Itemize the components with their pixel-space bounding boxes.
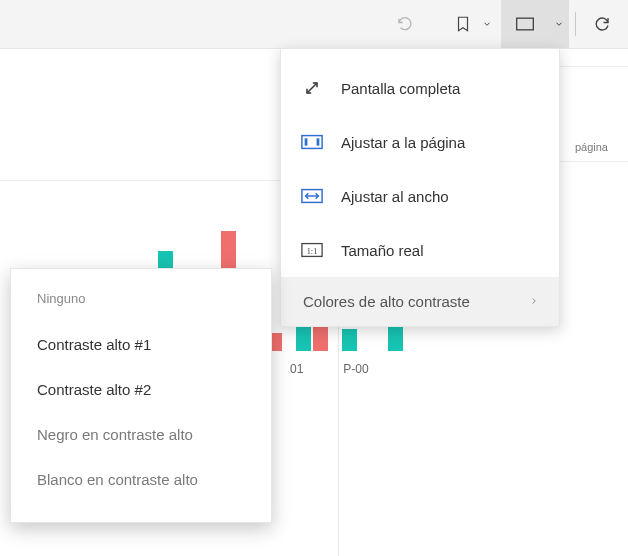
menu-label: Blanco en contraste alto (37, 471, 198, 488)
menu-label: Tamaño real (341, 242, 539, 259)
chart-x-labels: 01 P-00 (290, 362, 369, 376)
hc-option-2[interactable]: Contraste alto #2 (11, 367, 271, 412)
high-contrast-submenu: Ninguno Contraste alto #1 Contraste alto… (10, 268, 272, 523)
view-button[interactable] (501, 0, 549, 48)
menu-label: Negro en contraste alto (37, 426, 193, 443)
menu-label: Ajustar al ancho (341, 188, 539, 205)
svg-rect-2 (305, 138, 308, 145)
svg-text:1:1: 1:1 (307, 247, 318, 256)
fit-width-icon (301, 185, 323, 207)
actual-size-icon: 1:1 (301, 239, 323, 261)
svg-rect-0 (517, 18, 534, 30)
menu-label: Contraste alto #1 (37, 336, 151, 353)
x-tick: P-00 (343, 362, 368, 376)
bookmark-chevron-icon[interactable] (479, 19, 495, 29)
menu-label: Ajustar a la página (341, 134, 539, 151)
view-menu: Pantalla completa Ajustar a la página Aj… (280, 48, 560, 327)
menu-label: Pantalla completa (341, 80, 539, 97)
chevron-right-icon (529, 293, 539, 310)
expand-icon (301, 77, 323, 99)
hc-option-black[interactable]: Negro en contraste alto (11, 412, 271, 457)
menu-item-fit-width[interactable]: Ajustar al ancho (281, 169, 559, 223)
reset-button[interactable] (381, 0, 429, 48)
refresh-button[interactable] (582, 0, 622, 48)
view-chevron-icon[interactable] (549, 0, 569, 48)
menu-item-actual-size[interactable]: 1:1 Tamaño real (281, 223, 559, 277)
menu-item-fullscreen[interactable]: Pantalla completa (281, 61, 559, 115)
x-tick: 01 (290, 362, 303, 376)
pagination-label: página (575, 141, 608, 153)
submenu-header: Ninguno (11, 291, 271, 322)
svg-rect-3 (317, 138, 320, 145)
hc-option-white[interactable]: Blanco en contraste alto (11, 457, 271, 502)
menu-label: Colores de alto contraste (303, 293, 511, 310)
toolbar-separator (575, 12, 576, 36)
fit-page-icon (301, 131, 323, 153)
hc-option-1[interactable]: Contraste alto #1 (11, 322, 271, 367)
bar-group (342, 329, 378, 351)
menu-item-fit-page[interactable]: Ajustar a la página (281, 115, 559, 169)
menu-item-high-contrast[interactable]: Colores de alto contraste (281, 277, 559, 326)
top-toolbar (0, 0, 628, 49)
bar-teal (342, 329, 357, 351)
menu-label: Contraste alto #2 (37, 381, 151, 398)
